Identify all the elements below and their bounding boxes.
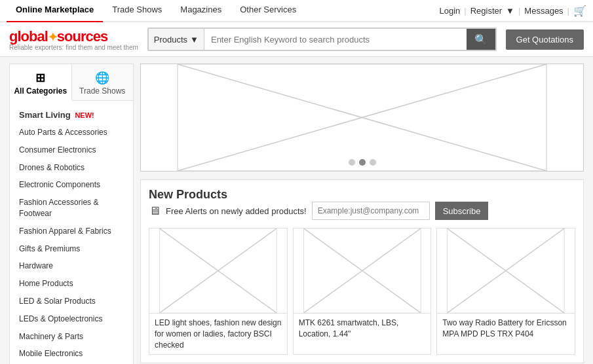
globe-icon: 🌐 (75, 71, 131, 85)
dot-2[interactable] (359, 159, 366, 166)
banner-image (141, 64, 583, 171)
cart-icon[interactable]: 🛒 (573, 5, 586, 17)
tab-all-categories[interactable]: ⊞ All Categories (10, 64, 72, 101)
new-products-title: New Products (149, 188, 575, 202)
product-desc-3: Two way Radio Battery for Ericsson MPA M… (437, 314, 575, 344)
site-header: global✦sources Reliable exporters: find … (0, 22, 593, 57)
alert-email-input[interactable] (312, 202, 430, 220)
separator-2: | (518, 6, 520, 16)
sidebar-item-consumer-electronics[interactable]: Consumer Electronics (10, 141, 133, 159)
dot-3[interactable] (370, 159, 376, 166)
top-nav-links: Online Marketplace Trade Shows Magazines… (7, 0, 305, 22)
separator-1: | (464, 6, 466, 16)
banner-dots (349, 159, 376, 166)
sidebar-item-led[interactable]: LED & Solar Products (10, 293, 133, 310)
separator-3: | (567, 6, 569, 16)
get-quotations-button[interactable]: Get Quotations (506, 29, 584, 50)
sidebar-tabs: ⊞ All Categories 🌐 Trade Shows (10, 64, 133, 101)
sidebar-item-machinery[interactable]: Machinery & Parts (10, 328, 133, 346)
category-label: Products (154, 35, 187, 45)
sidebar-item-leds-opto[interactable]: LEDs & Optoelectronics (10, 310, 133, 328)
search-input[interactable] (204, 35, 467, 45)
subscribe-button[interactable]: Subscribe (435, 202, 489, 220)
alert-row: 🖥 Free Alerts on newly added products! S… (149, 202, 575, 220)
sidebar: ⊞ All Categories 🌐 Trade Shows Smart Liv… (9, 64, 134, 364)
register-dropdown-icon[interactable]: ▼ (506, 6, 514, 16)
dot-1[interactable] (349, 159, 355, 166)
site-logo: global✦sources Reliable exporters: find … (9, 28, 138, 51)
sidebar-content: Smart Living NEW! Auto Parts & Accessori… (10, 101, 133, 364)
nav-magazines[interactable]: Magazines (171, 0, 231, 22)
banner-carousel[interactable] (140, 64, 584, 172)
logo-text: global✦sources (9, 28, 138, 45)
search-bar: Products ▼ 🔍 (147, 27, 497, 51)
logo-sources: sources (57, 28, 107, 45)
sidebar-item-home-products[interactable]: Home Products (10, 275, 133, 293)
nav-other-services[interactable]: Other Services (231, 0, 305, 22)
sidebar-item-mobile[interactable]: Mobile Electronics (10, 345, 133, 363)
messages-link[interactable]: Messages (524, 6, 563, 16)
nav-online-marketplace[interactable]: Online Marketplace (7, 0, 103, 22)
register-link[interactable]: Register (470, 6, 502, 16)
new-products-section: New Products 🖥 Free Alerts on newly adde… (140, 179, 584, 363)
top-nav-right: Login | Register ▼ | Messages | 🛒 (439, 5, 586, 17)
tab-all-label: All Categories (14, 86, 67, 96)
product-image-2 (294, 228, 431, 314)
sidebar-item-drones[interactable]: Drones & Robotics (10, 159, 133, 177)
product-image-1 (149, 228, 287, 314)
sidebar-item-hardware[interactable]: Hardware (10, 257, 133, 275)
new-badge: NEW! (75, 111, 94, 119)
product-grid: LED light shoes, fashion new design for … (149, 228, 575, 355)
tab-trade-label: Trade Shows (79, 86, 125, 96)
product-card-1[interactable]: LED light shoes, fashion new design for … (149, 228, 288, 355)
sidebar-item-fashion-apparel[interactable]: Fashion Apparel & Fabrics (10, 223, 133, 240)
product-image-3 (437, 228, 575, 314)
sidebar-item-auto-parts[interactable]: Auto Parts & Accessories (10, 124, 133, 141)
search-category-dropdown[interactable]: Products ▼ (149, 29, 204, 50)
logo-star-icon: ✦ (48, 31, 57, 44)
monitor-icon: 🖥 (149, 204, 161, 218)
top-navigation: Online Marketplace Trade Shows Magazines… (0, 0, 593, 22)
alert-text: Free Alerts on newly added products! (166, 206, 307, 216)
sidebar-item-electronic-components[interactable]: Electronic Components (10, 176, 133, 194)
search-button[interactable]: 🔍 (467, 29, 495, 50)
sidebar-item-gifts[interactable]: Gifts & Premiums (10, 240, 133, 258)
product-card-2[interactable]: MTK 6261 smartwatch, LBS, Location, 1.44… (293, 228, 432, 355)
nav-trade-shows[interactable]: Trade Shows (103, 0, 171, 22)
product-card-3[interactable]: Two way Radio Battery for Ericsson MPA M… (436, 228, 575, 355)
product-desc-2: MTK 6261 smartwatch, LBS, Location, 1.44… (294, 314, 431, 344)
grid-icon: ⊞ (12, 71, 69, 85)
tab-trade-shows[interactable]: 🌐 Trade Shows (72, 64, 134, 100)
main-content: New Products 🖥 Free Alerts on newly adde… (140, 64, 584, 363)
product-desc-1: LED light shoes, fashion new design for … (149, 314, 287, 354)
login-link[interactable]: Login (439, 6, 460, 16)
main-layout: ⊞ All Categories 🌐 Trade Shows Smart Liv… (0, 57, 593, 364)
dropdown-arrow-icon: ▼ (190, 35, 199, 45)
sidebar-item-fashion-accessories[interactable]: Fashion Accessories & Footwear (10, 194, 133, 223)
smart-living-label: Smart Living (19, 110, 71, 120)
logo-tagline: Reliable exporters: find them and meet t… (9, 44, 138, 51)
smart-living-item[interactable]: Smart Living NEW! (10, 106, 133, 124)
logo-global: global (9, 28, 48, 45)
